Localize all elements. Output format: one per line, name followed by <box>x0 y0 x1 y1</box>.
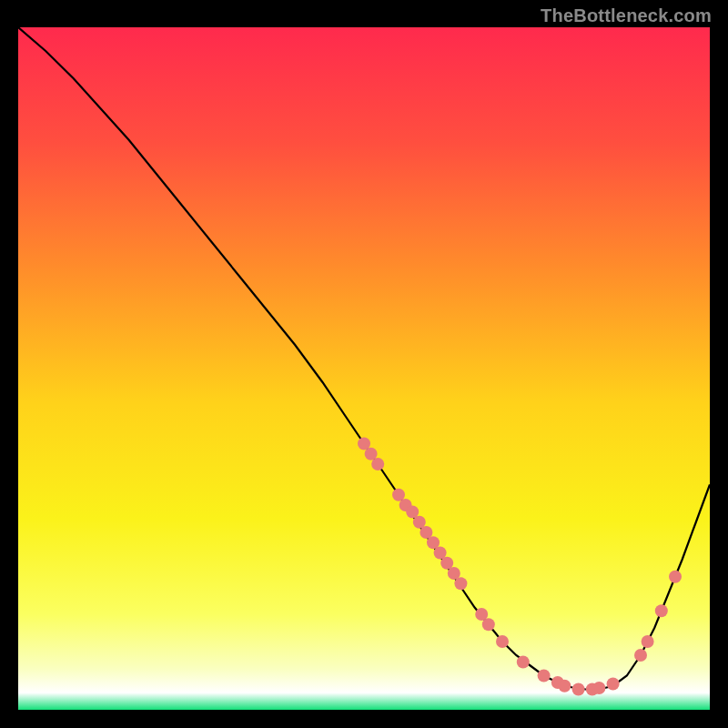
highlight-point <box>371 458 384 470</box>
highlight-point <box>482 618 495 631</box>
chart-container: TheBottleneck.com <box>0 0 728 728</box>
highlight-point <box>642 635 654 648</box>
chart-overlay <box>18 27 710 710</box>
highlight-point <box>517 656 530 669</box>
highlight-point <box>669 571 682 583</box>
highlight-point <box>496 635 509 648</box>
highlight-points <box>358 438 682 696</box>
highlight-point <box>655 604 668 617</box>
highlight-point <box>538 670 551 682</box>
bottleneck-curve <box>18 27 710 690</box>
plot-area <box>18 27 710 710</box>
highlight-point <box>572 683 585 696</box>
highlight-point <box>634 649 647 662</box>
attribution-text: TheBottleneck.com <box>541 5 712 26</box>
highlight-point <box>607 678 620 691</box>
highlight-point <box>592 682 605 694</box>
highlight-point <box>558 680 571 693</box>
highlight-point <box>454 577 467 590</box>
